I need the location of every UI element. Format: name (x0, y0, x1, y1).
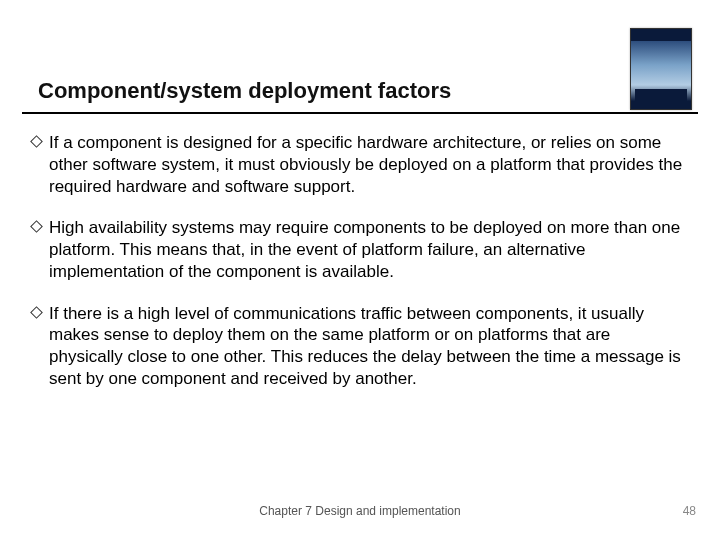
slide: Component/system deployment factors If a… (0, 0, 720, 540)
diamond-bullet-icon (30, 220, 43, 233)
slide-header: Component/system deployment factors (38, 78, 682, 104)
bullet-item: High availability systems may require co… (32, 217, 688, 282)
footer-chapter-label: Chapter 7 Design and implementation (0, 504, 720, 518)
bullet-text: High availability systems may require co… (49, 217, 688, 282)
bullet-text: If there is a high level of communicatio… (49, 303, 688, 390)
diamond-bullet-icon (30, 306, 43, 319)
book-cover-band (631, 29, 691, 41)
bullet-text: If a component is designed for a specifi… (49, 132, 688, 197)
slide-body: If a component is designed for a specifi… (32, 132, 688, 410)
title-divider (22, 112, 698, 114)
bullet-item: If a component is designed for a specifi… (32, 132, 688, 197)
slide-title: Component/system deployment factors (38, 78, 682, 104)
diamond-bullet-icon (30, 135, 43, 148)
bullet-item: If there is a high level of communicatio… (32, 303, 688, 390)
page-number: 48 (683, 504, 696, 518)
